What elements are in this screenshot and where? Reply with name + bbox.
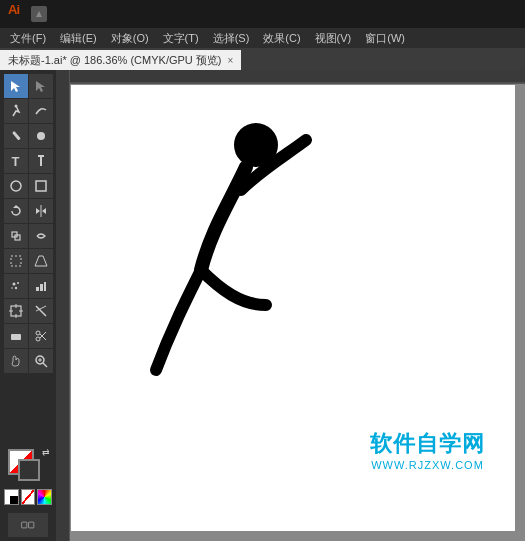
tool-row-eraser	[0, 324, 56, 348]
color-extras	[4, 489, 52, 505]
tool-row-transform	[0, 199, 56, 223]
stick-figure	[131, 110, 331, 434]
svg-point-8	[11, 181, 21, 191]
perspective-tool[interactable]	[29, 249, 53, 273]
tool-row-free	[0, 249, 56, 273]
symbol-sprayer-tool[interactable]	[4, 274, 28, 298]
main-layout: T	[0, 70, 525, 541]
svg-point-34	[36, 337, 40, 341]
ellipse-tool[interactable]	[4, 174, 28, 198]
svg-point-19	[17, 282, 19, 284]
selection-tool[interactable]	[4, 74, 28, 98]
tool-row-pen	[0, 99, 56, 123]
column-graph-tool[interactable]	[29, 274, 53, 298]
menu-effect[interactable]: 效果(C)	[257, 28, 306, 48]
tool-row-warp	[0, 224, 56, 248]
blob-brush-tool[interactable]	[29, 124, 53, 148]
menu-window[interactable]: 窗口(W)	[359, 28, 411, 48]
stroke-color-box[interactable]	[18, 459, 40, 481]
none-color-icon[interactable]	[21, 489, 36, 505]
ai-icon	[34, 9, 44, 19]
svg-marker-17	[35, 256, 47, 266]
tool-row-navigate	[0, 349, 56, 373]
tool-row-pencil	[0, 124, 56, 148]
svg-marker-10	[13, 205, 19, 208]
ruler-horizontal	[56, 70, 525, 84]
canvas[interactable]: 软件自学网 WWW.RJZXW.COM	[71, 85, 515, 531]
vertical-type-tool[interactable]	[29, 149, 53, 173]
svg-point-18	[12, 283, 15, 286]
watermark: 软件自学网 WWW.RJZXW.COM	[370, 429, 485, 471]
rectangle-tool[interactable]	[29, 174, 53, 198]
color-icon[interactable]	[37, 489, 52, 505]
tool-row-artboard	[0, 299, 56, 323]
eraser-tool[interactable]	[4, 324, 28, 348]
scissors-tool[interactable]	[29, 324, 53, 348]
pencil-tool[interactable]	[4, 124, 28, 148]
ruler-marks	[58, 71, 525, 83]
canvas-area[interactable]: 软件自学网 WWW.RJZXW.COM	[56, 70, 525, 541]
svg-point-3	[14, 105, 17, 108]
svg-marker-0	[36, 11, 42, 17]
svg-point-33	[36, 331, 40, 335]
svg-rect-32	[11, 334, 21, 340]
title-bar: Ai	[0, 0, 525, 28]
watermark-text: 软件自学网	[370, 429, 485, 459]
toolbar: T	[0, 70, 56, 541]
scale-tool[interactable]	[4, 224, 28, 248]
svg-rect-16	[11, 256, 21, 266]
menu-select[interactable]: 选择(S)	[207, 28, 256, 48]
tool-row-symbol	[0, 274, 56, 298]
watermark-url: WWW.RJZXW.COM	[370, 459, 485, 471]
tool-row-type: T	[0, 149, 56, 173]
stick-figure-svg	[131, 110, 331, 430]
color-section: ⇄	[0, 445, 56, 509]
reflect-tool[interactable]	[29, 199, 53, 223]
color-boxes: ⇄	[8, 449, 48, 485]
svg-marker-13	[42, 208, 46, 214]
menu-bar: 文件(F) 编辑(E) 对象(O) 文字(T) 选择(S) 效果(C) 视图(V…	[0, 28, 525, 48]
svg-line-38	[43, 363, 47, 367]
rotate-tool[interactable]	[4, 199, 28, 223]
hand-tool[interactable]	[4, 349, 28, 373]
svg-marker-1	[11, 81, 20, 92]
app-logo-text: Ai	[8, 2, 19, 17]
active-tab[interactable]: 未标题-1.ai* @ 186.36% (CMYK/GPU 预览) ×	[0, 50, 241, 70]
svg-rect-42	[29, 522, 34, 528]
slice-tool[interactable]	[29, 299, 53, 323]
ruler-vertical	[56, 70, 70, 541]
svg-marker-2	[36, 81, 45, 92]
svg-rect-9	[36, 181, 46, 191]
svg-rect-4	[12, 131, 21, 141]
svg-marker-12	[36, 208, 40, 214]
artboard-tool[interactable]	[4, 299, 28, 323]
warp-tool[interactable]	[29, 224, 53, 248]
menu-view[interactable]: 视图(V)	[309, 28, 358, 48]
svg-point-20	[14, 287, 16, 289]
svg-rect-23	[40, 284, 43, 291]
direct-selection-tool[interactable]	[29, 74, 53, 98]
svg-point-21	[11, 287, 13, 289]
type-tool[interactable]: T	[4, 149, 28, 173]
tool-row-shapes	[0, 174, 56, 198]
menu-object[interactable]: 对象(O)	[105, 28, 155, 48]
menu-type[interactable]: 文字(T)	[157, 28, 205, 48]
svg-rect-24	[44, 282, 46, 291]
free-transform-tool[interactable]	[4, 249, 28, 273]
pen-tool[interactable]	[4, 99, 28, 123]
smooth-tool[interactable]	[29, 99, 53, 123]
screen-mode-button[interactable]	[8, 513, 48, 537]
svg-rect-41	[22, 522, 27, 528]
svg-point-5	[37, 132, 45, 140]
svg-rect-22	[36, 287, 39, 291]
menu-file[interactable]: 文件(F)	[4, 28, 52, 48]
tab-close-button[interactable]: ×	[228, 55, 234, 66]
tab-label: 未标题-1.ai* @ 186.36% (CMYK/GPU 预览)	[8, 53, 222, 68]
swap-colors-icon[interactable]: ⇄	[42, 447, 50, 457]
zoom-tool[interactable]	[29, 349, 53, 373]
tool-row-selection	[0, 74, 56, 98]
menu-edit[interactable]: 编辑(E)	[54, 28, 103, 48]
svg-line-30	[36, 306, 46, 316]
default-colors-icon[interactable]	[4, 489, 19, 505]
tab-bar: 未标题-1.ai* @ 186.36% (CMYK/GPU 预览) ×	[0, 48, 525, 70]
